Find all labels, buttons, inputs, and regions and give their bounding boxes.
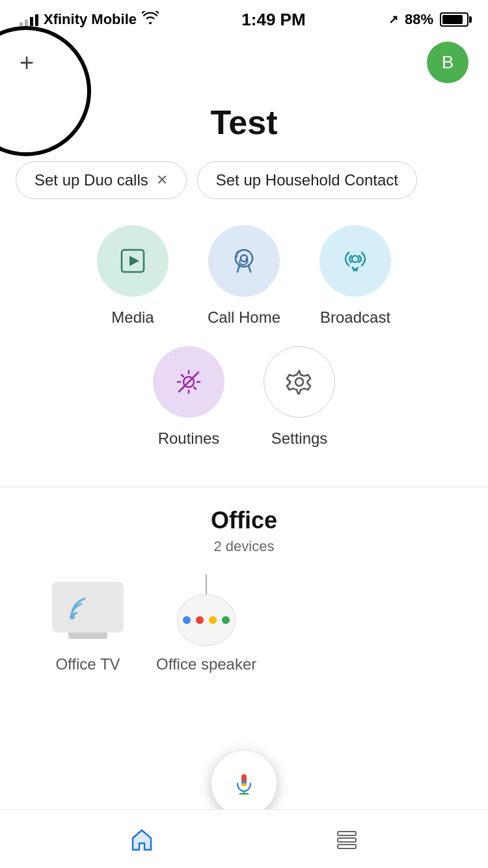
svg-rect-23 (338, 838, 356, 842)
device-office-speaker[interactable]: Office speaker (156, 575, 256, 673)
app-header: + B (0, 35, 488, 96)
nav-home[interactable] (129, 826, 155, 852)
office-tv-label: Office TV (55, 655, 120, 673)
battery-icon (440, 12, 468, 27)
speaker-wire (206, 575, 207, 594)
avatar[interactable]: B (427, 42, 468, 83)
svg-rect-22 (338, 832, 356, 835)
office-speaker-img (164, 575, 249, 646)
wifi-icon (142, 11, 159, 28)
svg-point-2 (241, 255, 247, 262)
devices-row: Office TV Office speaker (20, 575, 468, 673)
svg-rect-21 (241, 783, 247, 786)
chromecast-icon (52, 582, 124, 639)
action-grid: Media Call Home (0, 219, 488, 480)
chip-household[interactable]: Set up Household Contact (197, 161, 417, 199)
media-icon-circle (97, 225, 169, 297)
media-label: Media (111, 308, 154, 327)
office-tv-img (46, 575, 130, 646)
broadcast-icon-circle (319, 225, 391, 297)
nav-routines[interactable] (334, 826, 360, 852)
action-row-1: Media Call Home (97, 225, 391, 327)
home-nav-icon (129, 826, 155, 852)
broadcast-label: Broadcast (320, 308, 390, 327)
add-button[interactable]: + (20, 50, 34, 75)
device-office-tv[interactable]: Office TV (46, 575, 130, 673)
speaker-container (177, 575, 236, 646)
svg-point-15 (70, 614, 75, 619)
chip-household-label: Set up Household Contact (216, 171, 398, 189)
settings-label: Settings (271, 429, 328, 448)
battery-percent: 88% (405, 11, 433, 28)
routines-nav-icon (334, 826, 360, 852)
office-section: Office 2 devices (0, 507, 488, 673)
bottom-nav (0, 809, 488, 868)
location-icon: ↗ (388, 12, 398, 27)
section-subtitle: 2 devices (20, 538, 468, 555)
action-callhome[interactable]: Call Home (208, 225, 280, 327)
svg-line-10 (194, 387, 196, 389)
status-bar: Xfinity Mobile 1:49 PM ↗ 88% (0, 0, 488, 35)
office-speaker-label: Office speaker (156, 655, 256, 673)
dot-red (196, 616, 204, 624)
chip-duo-label: Set up Duo calls (34, 171, 148, 189)
routines-icon-circle (153, 346, 224, 418)
cast-arcs-svg (68, 591, 107, 623)
mic-fab[interactable] (211, 751, 277, 816)
section-divider (0, 487, 488, 487)
status-right: ↗ 88% (388, 11, 468, 28)
svg-line-9 (182, 375, 183, 377)
svg-point-14 (295, 378, 303, 386)
tv-stand (68, 632, 107, 639)
chips-row: Set up Duo calls ✕ Set up Household Cont… (0, 161, 488, 219)
carrier-text: Xfinity Mobile (44, 11, 137, 28)
status-left: Xfinity Mobile (20, 11, 159, 28)
speaker-dots (183, 616, 230, 624)
signal-icon (20, 13, 38, 26)
chip-duo-calls[interactable]: Set up Duo calls ✕ (16, 161, 187, 199)
routines-label: Routines (158, 429, 220, 448)
chip-duo-close[interactable]: ✕ (156, 172, 168, 189)
action-media[interactable]: Media (97, 225, 169, 327)
clock: 1:49 PM (241, 10, 305, 30)
action-routines[interactable]: Routines (153, 346, 224, 448)
speaker-body (177, 594, 236, 646)
action-row-2: Routines Settings (153, 346, 335, 448)
svg-point-3 (352, 256, 359, 262)
section-title: Office (20, 507, 468, 534)
dot-green (222, 616, 230, 624)
action-broadcast[interactable]: Broadcast (319, 225, 391, 327)
callhome-icon-circle (208, 225, 280, 297)
action-settings[interactable]: Settings (264, 346, 335, 448)
settings-icon-circle (264, 346, 335, 418)
dot-blue (183, 616, 191, 624)
dot-yellow (209, 616, 217, 624)
svg-rect-24 (338, 845, 356, 848)
mic-icon (230, 769, 258, 798)
home-title: Test (0, 96, 488, 161)
callhome-label: Call Home (208, 308, 280, 327)
svg-marker-1 (129, 256, 139, 266)
tv-body (52, 582, 124, 632)
